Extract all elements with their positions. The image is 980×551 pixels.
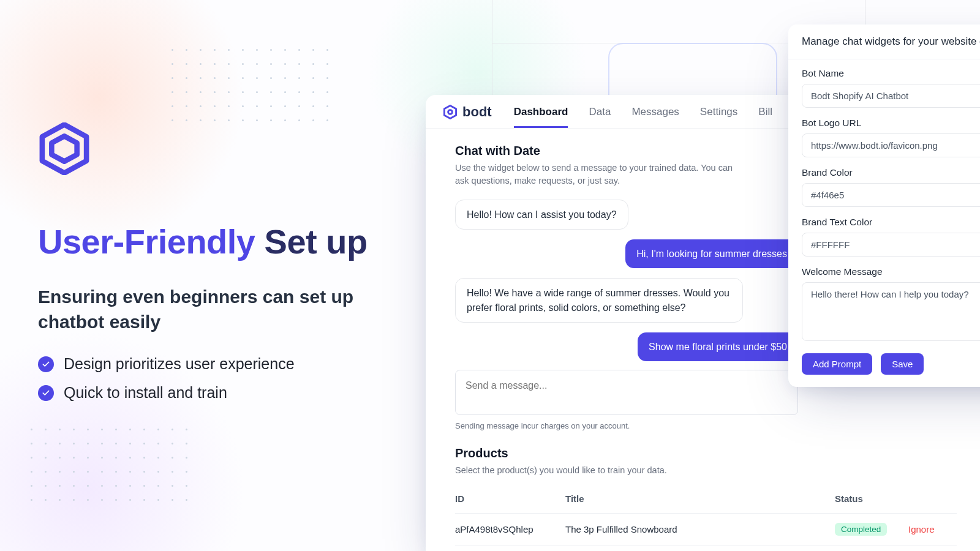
headline-rest: Set up xyxy=(255,222,368,261)
brand-color-input[interactable] xyxy=(802,183,980,207)
panel-header: Manage chat widgets for your website o xyxy=(788,24,980,59)
ignore-link[interactable]: Ignore xyxy=(908,524,935,534)
app-brand: bodt xyxy=(443,104,492,120)
headline-accent: User-Friendly xyxy=(38,222,255,261)
table-header-row: ID Title Status xyxy=(455,484,957,514)
subheading: Ensuring even beginners can set up chatb… xyxy=(38,285,381,334)
welcome-textarea[interactable] xyxy=(802,282,980,341)
brand-logo-icon xyxy=(38,122,91,175)
feature-text: Quick to install and train xyxy=(64,384,227,402)
text-color-label: Brand Text Color xyxy=(802,217,980,228)
tab-billing[interactable]: Bill xyxy=(758,96,772,128)
col-status: Status xyxy=(835,493,908,504)
tab-messages[interactable]: Messages xyxy=(631,96,679,128)
field-bot-name: Bot Name xyxy=(802,68,980,108)
headline: User-Friendly Set up xyxy=(38,222,405,261)
bot-name-input[interactable] xyxy=(802,84,980,108)
field-welcome-message: Welcome Message xyxy=(802,266,980,343)
col-title: Title xyxy=(565,493,835,504)
table-row[interactable]: aPfA498t8vSQhlep The 3p Fulfilled Snowbo… xyxy=(455,514,957,545)
svg-marker-2 xyxy=(444,105,456,118)
products-desc: Select the product(s) you would like to … xyxy=(455,464,957,477)
chat-helper-text: Sending message incur charges on your ac… xyxy=(455,421,957,430)
tab-dashboard[interactable]: Dashboard xyxy=(514,96,568,128)
marketing-panel: User-Friendly Set up Ensuring even begin… xyxy=(38,122,405,413)
feature-item: Design prioritizes user experience xyxy=(38,355,405,373)
table-row[interactable]: lGfEu4RqRgKzuTRb The Multi - location Sn… xyxy=(455,545,957,551)
field-logo-url: Bot Logo URL xyxy=(802,118,980,157)
feature-list: Design prioritizes user experience Quick… xyxy=(38,355,405,402)
feature-item: Quick to install and train xyxy=(38,384,405,402)
add-prompt-button[interactable]: Add Prompt xyxy=(802,353,872,375)
logo-url-label: Bot Logo URL xyxy=(802,118,980,129)
products-section: Products Select the product(s) you would… xyxy=(455,446,957,551)
chat-composer[interactable] xyxy=(455,370,798,415)
chat-message-user: Show me floral prints under $50 xyxy=(638,332,798,361)
check-icon xyxy=(38,356,54,372)
brand-mark-icon xyxy=(443,105,458,119)
chat-input[interactable] xyxy=(466,380,788,391)
tab-bar: Dashboard Data Messages Settings Bill xyxy=(514,96,772,128)
cell-status: Completed xyxy=(835,523,908,536)
brand-color-label: Brand Color xyxy=(802,167,980,178)
cell-id: aPfA498t8vSQhlep xyxy=(455,524,565,534)
tab-settings[interactable]: Settings xyxy=(700,96,737,128)
products-table: ID Title Status aPfA498t8vSQhlep The 3p … xyxy=(455,484,957,551)
feature-text: Design prioritizes user experience xyxy=(64,355,295,373)
chat-message-bot: Hello! We have a wide range of summer dr… xyxy=(455,278,743,322)
decor-dots xyxy=(31,429,187,501)
panel-actions: Add Prompt Save xyxy=(802,353,980,375)
logo-url-input[interactable] xyxy=(802,133,980,157)
check-icon xyxy=(38,385,54,401)
chat-message-bot: Hello! How can I assist you today? xyxy=(455,200,628,230)
tab-data[interactable]: Data xyxy=(589,96,611,128)
welcome-label: Welcome Message xyxy=(802,266,980,277)
cell-title: The 3p Fulfilled Snowboard xyxy=(565,524,835,534)
bot-name-label: Bot Name xyxy=(802,68,980,79)
col-id: ID xyxy=(455,493,565,504)
decor-dots xyxy=(172,49,328,121)
field-text-color: Brand Text Color xyxy=(802,217,980,257)
svg-marker-0 xyxy=(42,124,86,173)
svg-point-3 xyxy=(448,110,453,114)
chat-thread: Hello! How can I assist you today? Hi, I… xyxy=(455,200,798,361)
text-color-input[interactable] xyxy=(802,233,980,257)
brand-text: bodt xyxy=(462,104,492,120)
svg-marker-1 xyxy=(51,136,77,161)
field-brand-color: Brand Color xyxy=(802,167,980,207)
panel-body: Bot Name Bot Logo URL Brand Color Brand … xyxy=(788,59,980,387)
chat-message-user: Hi, I'm looking for summer dresses xyxy=(625,239,798,268)
save-button[interactable]: Save xyxy=(881,353,924,375)
cell-action[interactable]: Ignore xyxy=(908,524,970,534)
products-title: Products xyxy=(455,446,957,460)
widget-settings-panel: Manage chat widgets for your website o B… xyxy=(788,24,980,387)
status-badge: Completed xyxy=(835,523,887,536)
chat-section-desc: Use the widget below to send a message t… xyxy=(455,162,743,187)
